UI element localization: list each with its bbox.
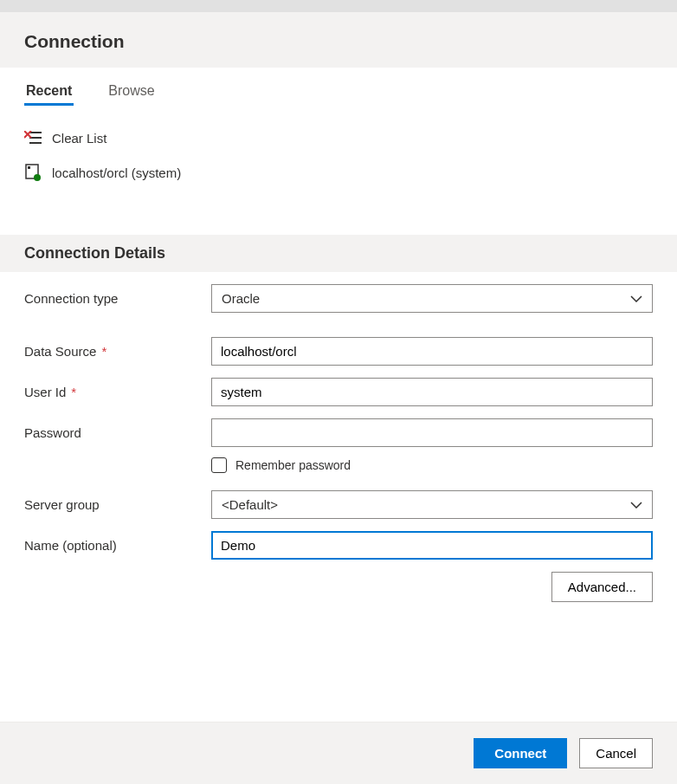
clear-list-button[interactable]: Clear List	[24, 122, 653, 157]
label-data-source-text: Data Source	[24, 344, 96, 359]
required-marker: *	[71, 385, 76, 399]
row-connection-type: Connection type Oracle	[24, 284, 653, 313]
cancel-button[interactable]: Cancel	[579, 738, 653, 768]
connection-type-value: Oracle	[222, 291, 260, 306]
label-password: Password	[24, 425, 211, 440]
remember-password-checkbox[interactable]	[211, 457, 227, 473]
row-remember: Remember password	[211, 457, 653, 473]
advanced-button[interactable]: Advanced...	[551, 572, 653, 602]
connection-type-select[interactable]: Oracle	[211, 284, 653, 313]
tabstrip: Recent Browse	[24, 80, 653, 105]
password-input[interactable]	[211, 418, 653, 447]
server-group-select-wrap: <Default>	[211, 490, 653, 519]
row-data-source: Data Source *	[24, 337, 653, 366]
svg-point-7	[34, 174, 41, 181]
connection-type-select-wrap: Oracle	[211, 284, 653, 313]
label-user-id-text: User Id	[24, 385, 66, 399]
clear-list-icon	[24, 129, 42, 146]
server-group-value: <Default>	[222, 497, 278, 512]
clear-list-label: Clear List	[52, 131, 106, 146]
recent-connection-label: localhost/orcl (system)	[52, 165, 181, 180]
dialog-footer: Connect Cancel	[0, 722, 677, 784]
row-user-id: User Id *	[24, 378, 653, 406]
label-user-id: User Id *	[24, 385, 211, 399]
data-source-input[interactable]	[211, 337, 653, 366]
recent-connection-item[interactable]: localhost/orcl (system)	[24, 157, 653, 191]
row-password: Password	[24, 418, 653, 447]
connect-button[interactable]: Connect	[474, 738, 567, 768]
name-input[interactable]	[211, 531, 653, 560]
server-group-select[interactable]: <Default>	[211, 490, 653, 519]
label-name: Name (optional)	[24, 538, 211, 553]
label-connection-type: Connection type	[24, 291, 211, 306]
tab-browse[interactable]: Browse	[106, 80, 156, 105]
svg-rect-6	[28, 166, 30, 169]
user-id-input[interactable]	[211, 378, 653, 406]
server-online-icon	[24, 164, 42, 181]
details-section-header: Connection Details	[0, 235, 677, 272]
tabs-panel: Recent Browse Clear List	[0, 68, 677, 235]
connection-header: Connection	[0, 12, 677, 68]
advanced-button-wrap: Advanced...	[24, 572, 653, 602]
window-top-strip	[0, 0, 677, 12]
row-name: Name (optional)	[24, 531, 653, 560]
required-marker: *	[101, 344, 106, 359]
recent-list: Clear List localhost/orcl (system)	[24, 122, 653, 226]
label-data-source: Data Source *	[24, 344, 211, 359]
row-server-group: Server group <Default>	[24, 490, 653, 519]
label-server-group: Server group	[24, 497, 211, 512]
connection-details-form: Connection type Oracle Data Source * Use…	[0, 272, 677, 618]
page-title: Connection	[24, 31, 653, 68]
tab-recent[interactable]: Recent	[24, 80, 74, 105]
remember-password-label: Remember password	[235, 458, 351, 472]
